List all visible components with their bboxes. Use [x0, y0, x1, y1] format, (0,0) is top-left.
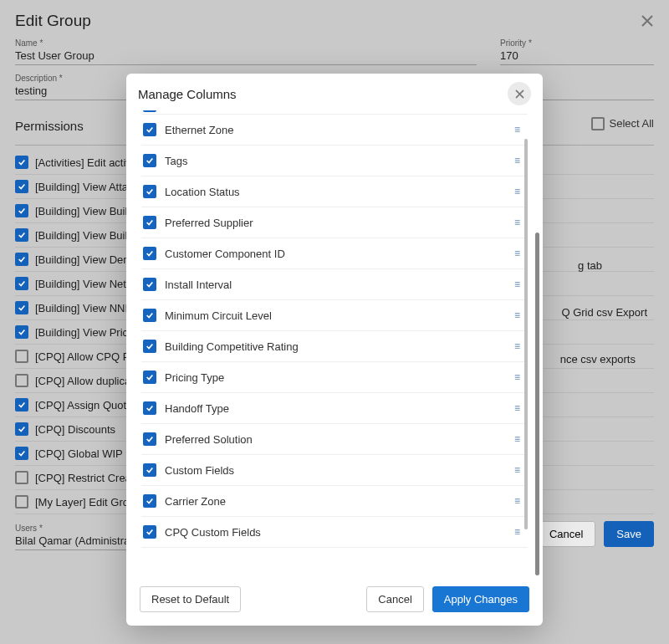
drag-handle-icon[interactable]: ≡ [514, 279, 521, 290]
column-checkbox[interactable] [143, 123, 156, 136]
column-row: Location Status≡ [141, 176, 528, 207]
column-row: Pricing Type≡ [141, 362, 528, 393]
column-row: Carrier Zone≡ [141, 486, 528, 517]
column-row: Preferred Supplier≡ [141, 207, 528, 238]
column-label: CPQ Custom Fields [165, 526, 506, 539]
apply-changes-button[interactable]: Apply Changes [432, 586, 529, 612]
column-label: Install Interval [165, 279, 506, 291]
column-checkbox[interactable] [143, 309, 156, 322]
column-checkbox[interactable] [143, 154, 156, 167]
drag-handle-icon[interactable]: ≡ [514, 433, 521, 445]
column-checkbox[interactable] [143, 371, 156, 384]
drag-handle-icon[interactable]: ≡ [514, 371, 521, 383]
drag-handle-icon[interactable]: ≡ [514, 186, 521, 197]
column-label: Building Competitive Rating [165, 340, 506, 353]
drag-handle-icon[interactable]: ≡ [514, 248, 521, 259]
manage-columns-modal: Manage Columns Ethernet Zone≡Tags≡Locati… [126, 74, 543, 626]
drag-handle-icon[interactable]: ≡ [514, 495, 521, 507]
drag-handle-icon[interactable]: ≡ [514, 217, 521, 228]
column-checkbox[interactable] [143, 463, 156, 477]
column-checkbox[interactable] [143, 432, 156, 446]
column-row: Install Interval≡ [141, 269, 528, 300]
column-row: Custom Fields≡ [141, 455, 528, 486]
drag-handle-icon[interactable]: ≡ [514, 309, 521, 321]
column-checkbox[interactable] [143, 110, 156, 112]
outer-scrollbar[interactable] [535, 107, 539, 575]
modal-cancel-button[interactable]: Cancel [366, 586, 423, 612]
modal-title: Manage Columns [138, 87, 237, 101]
column-checkbox[interactable] [143, 401, 156, 415]
column-label: Preferred Solution [165, 433, 506, 446]
inner-scrollbar[interactable] [524, 139, 528, 529]
column-row: CPQ Custom Fields≡ [141, 517, 528, 548]
columns-list: Ethernet Zone≡Tags≡Location Status≡Prefe… [141, 110, 528, 576]
modal-close-button[interactable] [508, 82, 531, 105]
column-label: Preferred Supplier [165, 217, 506, 229]
column-label: Minimum Circuit Level [165, 309, 506, 322]
column-row: Preferred Solution≡ [141, 424, 528, 455]
column-checkbox[interactable] [143, 216, 156, 229]
reset-to-default-button[interactable]: Reset to Default [140, 586, 241, 612]
column-checkbox[interactable] [143, 494, 156, 508]
drag-handle-icon[interactable]: ≡ [514, 402, 521, 414]
drag-handle-icon[interactable]: ≡ [514, 155, 521, 166]
column-label: Handoff Type [165, 402, 506, 415]
column-row: Tags≡ [141, 146, 528, 176]
column-checkbox[interactable] [143, 340, 156, 353]
column-row: Ethernet Zone≡ [141, 115, 528, 146]
column-row: Minimum Circuit Level≡ [141, 300, 528, 331]
column-label: Carrier Zone [165, 495, 506, 508]
column-label: Custom Fields [165, 464, 506, 477]
column-label: Tags [165, 155, 506, 167]
column-label: Pricing Type [165, 371, 506, 384]
column-label: Location Status [165, 186, 506, 198]
column-row: Building Competitive Rating≡ [141, 331, 528, 362]
column-checkbox[interactable] [143, 247, 156, 260]
column-checkbox[interactable] [143, 525, 156, 539]
modal-overlay: Manage Columns Ethernet Zone≡Tags≡Locati… [0, 0, 669, 644]
drag-handle-icon[interactable]: ≡ [514, 340, 521, 352]
column-row: Handoff Type≡ [141, 393, 528, 424]
drag-handle-icon[interactable]: ≡ [514, 124, 521, 135]
column-row: Customer Component ID≡ [141, 238, 528, 269]
column-checkbox[interactable] [143, 278, 156, 291]
column-label: Ethernet Zone [165, 124, 506, 136]
column-label: Customer Component ID [165, 248, 506, 260]
drag-handle-icon[interactable]: ≡ [514, 464, 521, 476]
column-checkbox[interactable] [143, 185, 156, 198]
drag-handle-icon[interactable]: ≡ [514, 526, 521, 538]
